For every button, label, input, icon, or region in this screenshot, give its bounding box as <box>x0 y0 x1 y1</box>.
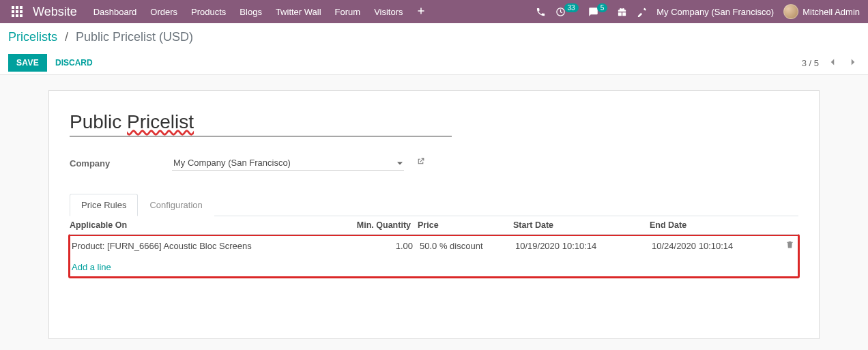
user-name: Mitchell Admin <box>802 7 860 17</box>
company-switcher[interactable]: My Company (San Francisco) <box>656 7 774 17</box>
svg-rect-5 <box>20 10 23 13</box>
activities-icon[interactable]: 33 <box>555 7 579 17</box>
highlighted-rule-row: Product: [FURN_6666] Acoustic Bloc Scree… <box>68 234 800 278</box>
company-label: Company <box>70 158 172 169</box>
nav-forum[interactable]: Forum <box>330 3 366 21</box>
gift-icon[interactable] <box>617 7 627 17</box>
cell-end-date[interactable]: 10/24/2020 10:10:14 <box>652 236 780 255</box>
trash-icon[interactable] <box>785 241 794 251</box>
systray: 33 5 My Company (San Francisco) Mitchell… <box>536 4 863 19</box>
pager-prev-icon[interactable] <box>826 55 839 71</box>
activities-badge: 33 <box>564 3 579 12</box>
svg-rect-10 <box>418 10 424 12</box>
add-line-link[interactable]: Add a line <box>72 259 794 272</box>
app-brand[interactable]: Website <box>33 5 77 19</box>
discard-button[interactable]: Discard <box>47 54 101 72</box>
svg-rect-2 <box>20 6 23 9</box>
nav-twitter-wall[interactable]: Twitter Wall <box>270 3 327 21</box>
discuss-icon[interactable]: 5 <box>588 7 608 17</box>
price-rules-table: Applicable On Min. Quantity Price Start … <box>70 216 798 278</box>
col-price[interactable]: Price <box>418 216 513 235</box>
col-min-quantity[interactable]: Min. Quantity <box>356 216 418 235</box>
table-row[interactable]: Product: [FURN_6666] Acoustic Bloc Scree… <box>72 236 796 255</box>
nav-menu: Dashboard Orders Products Blogs Twitter … <box>88 3 431 21</box>
company-input[interactable] <box>172 156 404 171</box>
breadcrumb-separator: / <box>65 30 68 44</box>
svg-rect-6 <box>12 14 14 17</box>
breadcrumb: Pricelists / Public Pricelist (USD) <box>8 30 860 44</box>
nav-orders[interactable]: Orders <box>145 3 183 21</box>
svg-rect-0 <box>12 6 14 9</box>
nav-dashboard[interactable]: Dashboard <box>88 3 143 21</box>
col-end-date[interactable]: End Date <box>650 216 781 235</box>
svg-rect-4 <box>16 10 18 13</box>
svg-rect-8 <box>20 14 23 17</box>
breadcrumb-current: Public Pricelist (USD) <box>76 30 193 44</box>
discuss-badge: 5 <box>597 3 608 12</box>
control-panel: Pricelists / Public Pricelist (USD) Save… <box>0 23 868 75</box>
cell-start-date[interactable]: 10/19/2020 10:10:14 <box>515 236 652 255</box>
tab-price-rules[interactable]: Price Rules <box>70 194 138 216</box>
pricelist-name-input[interactable]: Public Pricelist <box>70 110 452 136</box>
svg-rect-1 <box>16 6 18 9</box>
svg-rect-3 <box>12 10 14 13</box>
save-button[interactable]: Save <box>8 54 47 72</box>
nav-products[interactable]: Products <box>186 3 231 21</box>
avatar <box>783 4 798 19</box>
nav-blogs[interactable]: Blogs <box>234 3 267 21</box>
main-navbar: Website Dashboard Orders Products Blogs … <box>0 0 868 23</box>
col-applicable-on[interactable]: Applicable On <box>70 216 356 235</box>
svg-rect-7 <box>16 14 18 17</box>
pager: 3 / 5 <box>802 55 860 71</box>
phone-icon[interactable] <box>536 7 546 17</box>
cell-applicable[interactable]: Product: [FURN_6666] Acoustic Bloc Scree… <box>72 236 358 255</box>
notebook-tabs: Price Rules Configuration <box>70 194 798 216</box>
external-link-icon[interactable] <box>416 158 425 168</box>
company-name: My Company (San Francisco) <box>656 7 774 17</box>
pager-next-icon[interactable] <box>846 55 860 71</box>
tools-icon[interactable] <box>637 7 647 17</box>
user-menu[interactable]: Mitchell Admin <box>783 4 860 19</box>
tab-configuration[interactable]: Configuration <box>138 194 214 216</box>
nav-plus-icon[interactable] <box>411 3 431 21</box>
apps-icon[interactable] <box>5 0 29 23</box>
form-sheet: Public Pricelist Company Price Rules Con… <box>48 90 820 339</box>
col-start-date[interactable]: Start Date <box>513 216 650 235</box>
cell-min-quantity[interactable]: 1.00 <box>358 236 420 255</box>
cell-price[interactable]: 50.0 % discount <box>420 236 515 255</box>
nav-visitors[interactable]: Visitors <box>368 3 408 21</box>
breadcrumb-root[interactable]: Pricelists <box>8 30 57 44</box>
pager-text[interactable]: 3 / 5 <box>802 58 819 68</box>
